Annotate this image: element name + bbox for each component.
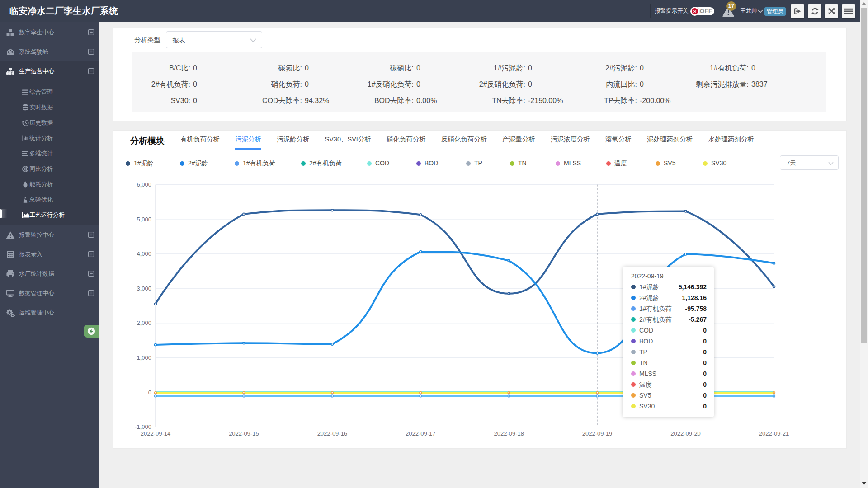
svg-text:2,000: 2,000 bbox=[137, 319, 151, 326]
svg-text:2022-09-16: 2022-09-16 bbox=[317, 430, 348, 437]
svg-text:4,000: 4,000 bbox=[137, 250, 151, 257]
svg-text:2022-09-21: 2022-09-21 bbox=[759, 430, 789, 437]
svg-text:-1,000: -1,000 bbox=[135, 423, 151, 430]
svg-text:1,000: 1,000 bbox=[137, 354, 151, 361]
svg-text:2022-09-18: 2022-09-18 bbox=[494, 430, 524, 437]
svg-text:2022-09-15: 2022-09-15 bbox=[229, 430, 259, 437]
svg-text:0: 0 bbox=[148, 389, 151, 396]
svg-text:2022-09-19: 2022-09-19 bbox=[582, 430, 613, 437]
svg-text:3,000: 3,000 bbox=[137, 285, 151, 292]
svg-text:2022-09-17: 2022-09-17 bbox=[406, 430, 436, 437]
svg-text:2022-09-14: 2022-09-14 bbox=[141, 430, 171, 437]
svg-text:6,000: 6,000 bbox=[137, 181, 151, 188]
svg-text:5,000: 5,000 bbox=[137, 216, 151, 223]
svg-text:2022-09-20: 2022-09-20 bbox=[670, 430, 701, 437]
